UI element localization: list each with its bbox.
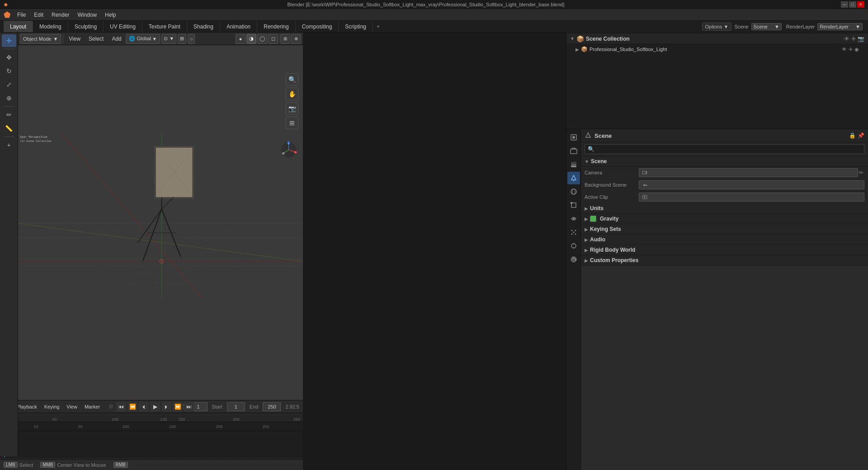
tab-texture-paint[interactable]: Texture Paint: [142, 21, 187, 32]
view-menu[interactable]: View: [65, 35, 84, 43]
material-tab[interactable]: [567, 253, 580, 266]
marker-menu[interactable]: Marker: [82, 403, 103, 410]
audio-section-header[interactable]: ▶ Audio: [581, 235, 868, 245]
tab-scripting[interactable]: Scripting: [339, 21, 373, 32]
options-button[interactable]: Options ▼: [702, 23, 732, 31]
view-timeline-menu[interactable]: View: [64, 403, 80, 410]
keying-menu[interactable]: Keying: [42, 403, 62, 410]
active-clip-value[interactable]: [639, 193, 864, 202]
minimize-button[interactable]: ─: [841, 1, 848, 8]
eye-icon[interactable]: 👁: [844, 36, 849, 42]
scene-collection-header[interactable]: ▼ 📦 Scene Collection 👁 ✛ 📷: [566, 33, 868, 44]
scene-section-header[interactable]: ▼ Scene: [581, 156, 868, 167]
close-button[interactable]: ✕: [857, 1, 864, 8]
window-title: Blender [E:\work\WIP\Professional_Studio…: [11, 2, 841, 7]
keying-sets-section-header[interactable]: ▶ Keying Sets: [581, 224, 868, 235]
snap-button[interactable]: ⊞: [178, 34, 186, 44]
cursor-tool[interactable]: ✛: [2, 34, 16, 47]
step-forward-button[interactable]: ⏵: [161, 402, 171, 412]
annotate-tool[interactable]: ✏: [2, 108, 16, 121]
menu-render[interactable]: Render: [48, 11, 73, 19]
particles-tab[interactable]: [567, 226, 580, 239]
viewport-shading-material[interactable]: ◑: [246, 34, 256, 44]
rmb-key: RMB: [113, 462, 128, 468]
item-render-icon: ◉: [854, 47, 859, 52]
custom-properties-header[interactable]: ▶ Custom Properties: [581, 255, 868, 266]
cursor-restrict-icon[interactable]: ✛: [851, 36, 856, 42]
add-tool[interactable]: +: [2, 139, 16, 151]
camera-edit-button[interactable]: ✏: [858, 169, 864, 176]
select-menu[interactable]: Select: [85, 35, 107, 43]
scale-tool[interactable]: ⤢: [2, 78, 16, 91]
play-button[interactable]: ▶: [150, 402, 160, 412]
tab-sculpting[interactable]: Sculpting: [68, 21, 104, 32]
object-mode-dropdown[interactable]: Object Mode ▼: [20, 34, 61, 44]
camera-value[interactable]: [639, 168, 858, 177]
tab-rendering[interactable]: Rendering: [257, 21, 295, 32]
object-tab[interactable]: [567, 199, 580, 212]
jump-forward-button[interactable]: ⏩: [173, 402, 183, 412]
tab-animation[interactable]: Animation: [220, 21, 257, 32]
scene-dropdown[interactable]: Scene ▼: [751, 23, 782, 30]
render-layer-dropdown[interactable]: RenderLayer ▼: [817, 23, 863, 30]
gizmo-button[interactable]: ⊕: [291, 34, 301, 44]
timeline-ruler[interactable]: 1 50 100 130 150 200 250: [0, 413, 303, 422]
tab-uv-editing[interactable]: UV Editing: [104, 21, 142, 32]
start-frame-input[interactable]: 1: [227, 402, 245, 411]
render-tab[interactable]: [567, 131, 580, 144]
collection-item-studio-light[interactable]: ▶ 📦 Professional_Studio_Softbox_Light 👁 …: [566, 44, 868, 54]
physics-tab[interactable]: [567, 240, 580, 252]
transform-pivot-dropdown[interactable]: ⊙ ▼: [161, 34, 176, 44]
properties-pin-button[interactable]: 📌: [858, 132, 864, 139]
3d-viewport[interactable]: User Perspective (1) Scene Collection X …: [18, 33, 303, 400]
proportional-edit-button[interactable]: ○: [188, 34, 195, 44]
measure-tool[interactable]: 📏: [2, 122, 16, 135]
hand-tool-nav[interactable]: ✋: [286, 88, 298, 100]
step-back-button[interactable]: ⏴: [139, 402, 149, 412]
maximize-button[interactable]: □: [849, 1, 856, 8]
jump-back-button[interactable]: ⏪: [127, 402, 137, 412]
search-nav-button[interactable]: 🔍: [286, 73, 298, 86]
menu-file[interactable]: File: [14, 11, 29, 19]
properties-lock-button[interactable]: 🔒: [849, 132, 856, 139]
svg-point-34: [137, 241, 139, 244]
move-tool[interactable]: ✥: [2, 51, 16, 64]
end-frame-input[interactable]: 250: [263, 402, 281, 411]
menu-edit[interactable]: Edit: [30, 11, 47, 19]
background-scene-value[interactable]: [639, 180, 864, 189]
properties-search-input[interactable]: [596, 146, 861, 152]
svg-point-61: [573, 180, 574, 181]
modifier-tab[interactable]: [567, 212, 580, 225]
viewport-shading-wireframe[interactable]: ◻: [268, 34, 278, 44]
gravity-checkbox[interactable]: [590, 216, 596, 222]
viewport-shading-solid[interactable]: ●: [236, 34, 245, 44]
scene-tab[interactable]: [567, 172, 580, 184]
global-transform-dropdown[interactable]: 🌐 Global ▼: [126, 34, 160, 44]
viewport-shading-rendered[interactable]: ◯: [257, 34, 267, 44]
view-layer-tab[interactable]: [567, 158, 580, 171]
transform-tool[interactable]: ⊕: [2, 92, 16, 104]
rigid-body-world-header[interactable]: ▶ Rigid Body World: [581, 245, 868, 255]
tab-modeling[interactable]: Modeling: [33, 21, 68, 32]
tab-layout[interactable]: Layout: [4, 21, 33, 32]
svg-point-70: [575, 234, 576, 235]
add-workspace-button[interactable]: +: [373, 21, 383, 32]
tab-shading[interactable]: Shading: [187, 21, 220, 32]
jump-to-end-button[interactable]: ⏭: [184, 402, 194, 412]
add-menu[interactable]: Add: [108, 35, 125, 43]
menu-help[interactable]: Help: [101, 11, 120, 19]
background-scene-label: Background Scene: [585, 182, 639, 188]
tab-compositing[interactable]: Compositing: [296, 21, 339, 32]
camera-view-nav[interactable]: 📷: [286, 102, 298, 115]
rotate-tool[interactable]: ↻: [2, 65, 16, 77]
grid-view-nav[interactable]: ⊞: [286, 117, 298, 129]
menu-window[interactable]: Window: [74, 11, 100, 19]
custom-props-caret: ▶: [585, 258, 588, 263]
units-section-header[interactable]: ▶ Units: [581, 203, 868, 214]
world-tab[interactable]: [567, 185, 580, 198]
gravity-section-header[interactable]: ▶ Gravity: [581, 214, 868, 224]
jump-to-start-button[interactable]: ⏮: [116, 402, 126, 412]
overlay-button[interactable]: ⊞: [280, 34, 290, 44]
output-tab[interactable]: [567, 145, 580, 157]
render-icon[interactable]: 📷: [858, 36, 864, 42]
